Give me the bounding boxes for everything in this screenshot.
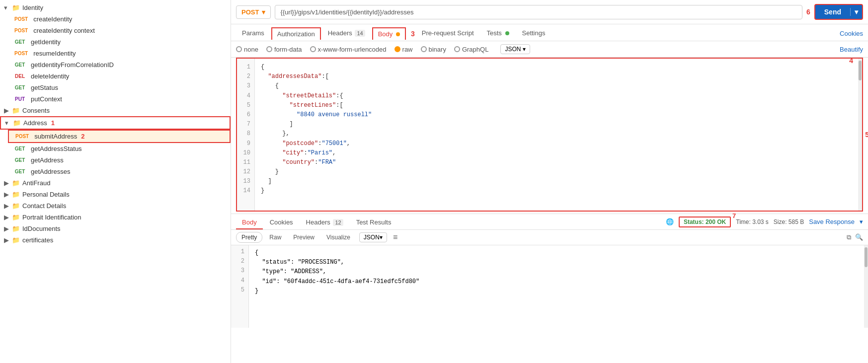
sidebar-item-getaddress[interactable]: GET getAddress <box>8 154 231 166</box>
sidebar-item-getidentityfromcorrelationid[interactable]: GET getIdentityFromCorrelationID <box>8 59 231 71</box>
response-scrollbar-thumb <box>865 247 868 267</box>
radio-none <box>236 46 242 52</box>
sidebar-item-putcontext[interactable]: PUT putContext <box>8 93 231 105</box>
cookies-link[interactable]: Cookies <box>840 30 863 37</box>
filter-icon[interactable]: ≡ <box>393 233 397 242</box>
annotation-2: 2 <box>81 133 84 140</box>
raw-label: Raw <box>269 234 281 241</box>
globe-icon[interactable]: 🌐 <box>666 218 674 225</box>
url-input[interactable] <box>275 5 802 19</box>
request-body-editor[interactable]: 1234567 891011121314 { "addressesData":[… <box>236 58 863 212</box>
sidebar-group-iddocuments[interactable]: ▶ 📁 IdDocuments <box>0 223 231 234</box>
tab-authorization[interactable]: Authorization <box>271 27 321 40</box>
sidebar-item-label: getAddresses <box>31 168 71 175</box>
radio-urlencoded <box>310 46 316 52</box>
sidebar-item-label: putContext <box>31 95 62 103</box>
sidebar-item-createidentity[interactable]: POST createIdentity <box>8 13 231 25</box>
sidebar-item-submitaddress[interactable]: POST submitAddress 2 <box>8 130 231 143</box>
beautify-button[interactable]: Beautify <box>840 46 863 53</box>
response-tab-testresults[interactable]: Test Results <box>350 216 397 229</box>
sidebar-item-deleteidentity[interactable]: DEL deleteIdentity <box>8 71 231 82</box>
sidebar-group-address[interactable]: ▾ 📁 Address 1 <box>0 116 231 130</box>
radio-binary <box>421 46 427 52</box>
sidebar-group-consents-label: Consents <box>22 107 50 114</box>
sidebar-item-label: getIdentity <box>31 38 61 46</box>
tab-body[interactable]: Body <box>372 27 406 40</box>
save-response-button[interactable]: Save Response <box>809 218 855 225</box>
response-code: { "status": "PROCESSING", "type": "ADDRE… <box>249 245 864 328</box>
tab-tests[interactable]: Tests <box>481 26 515 41</box>
pretty-label: Pretty <box>241 234 257 241</box>
visualize-tab[interactable]: Visualize <box>321 232 355 242</box>
radio-formdata <box>266 46 272 52</box>
raw-tab[interactable]: Raw <box>264 232 286 242</box>
sidebar-item-label: deleteIdentity <box>31 73 69 80</box>
chevron-right-icon: ▶ <box>4 225 12 232</box>
response-tab-headers[interactable]: Headers 12 <box>300 216 349 229</box>
option-binary[interactable]: binary <box>421 46 446 53</box>
sidebar-item-resumeidentity[interactable]: POST resumeIdentity <box>8 48 231 59</box>
response-body-area: 12345 { "status": "PROCESSING", "type": … <box>231 245 868 328</box>
tab-params[interactable]: Params <box>236 26 270 41</box>
code-body[interactable]: { "addressesData":[ { "streetDetails":{ … <box>255 59 858 211</box>
radio-graphql <box>454 46 460 52</box>
get-badge: GET <box>12 157 28 163</box>
option-raw[interactable]: raw <box>395 46 413 53</box>
copy-icon[interactable]: ⧉ <box>847 233 851 241</box>
sidebar-group-portrait[interactable]: ▶ 📁 Portrait Identification <box>0 212 231 223</box>
chevron-down-icon: ▾ <box>4 4 12 11</box>
preview-label: Preview <box>293 234 315 241</box>
sidebar-item-getidentity[interactable]: GET getIdentity <box>8 36 231 48</box>
option-none[interactable]: none <box>236 46 258 53</box>
sidebar-item-label: submitAddress <box>34 133 77 140</box>
send-dropdown-icon[interactable]: ▾ <box>850 8 862 16</box>
chevron-down-icon: ▾ <box>5 119 13 127</box>
option-formdata[interactable]: form-data <box>266 46 302 53</box>
tab-settings[interactable]: Settings <box>516 26 552 41</box>
response-tab-cookies[interactable]: Cookies <box>264 216 299 229</box>
visualize-label: Visualize <box>326 234 350 241</box>
response-tab-body[interactable]: Body <box>236 216 263 229</box>
sidebar-item-label: resumeIdentity <box>33 50 76 57</box>
chevron-right-icon: ▶ <box>4 179 12 187</box>
sidebar-group-contactdetails[interactable]: ▶ 📁 Contact Details <box>0 200 231 212</box>
url-number: 6 <box>806 8 810 16</box>
save-response-dropdown-icon[interactable]: ▾ <box>860 218 863 225</box>
post-badge: POST <box>12 27 30 34</box>
sidebar-item-getaddressstatus[interactable]: GET getAddressStatus <box>8 143 231 154</box>
search-icon[interactable]: 🔍 <box>855 233 863 241</box>
editor-scrollbar[interactable] <box>858 59 862 211</box>
preview-tab[interactable]: Preview <box>288 232 319 242</box>
chevron-right-icon: ▶ <box>4 214 12 221</box>
sidebar-group-identity[interactable]: ▾ 📁 Identity <box>0 2 231 13</box>
sidebar-item-createidentitycontext[interactable]: POST createIdentity context <box>8 25 231 36</box>
json-format-select[interactable]: JSON ▾ <box>500 44 530 54</box>
option-urlencoded[interactable]: x-www-form-urlencoded <box>310 46 387 53</box>
sidebar-item-label: getAddress <box>31 156 64 164</box>
method-select[interactable]: POST ▾ <box>236 5 271 19</box>
pretty-tab[interactable]: Pretty <box>236 232 262 243</box>
response-scrollbar[interactable] <box>864 245 868 328</box>
method-dropdown-icon: ▾ <box>262 8 265 16</box>
sidebar-group-identity-label: Identity <box>22 4 43 11</box>
sidebar-group-certificates[interactable]: ▶ 📁 certificates <box>0 234 231 246</box>
sidebar-group-consents[interactable]: ▶ 📁 Consents <box>0 105 231 116</box>
sidebar-group-antifraud[interactable]: ▶ 📁 AntiFraud <box>0 177 231 189</box>
sidebar-item-getaddresses[interactable]: GET getAddresses <box>8 166 231 177</box>
sidebar-group-iddocuments-label: IdDocuments <box>22 225 61 232</box>
request-tabs-bar: Params Authorization Headers 14 Body 3 P… <box>231 24 868 41</box>
tab-headers[interactable]: Headers 14 <box>322 26 371 41</box>
post-badge: POST <box>12 50 30 57</box>
send-button[interactable]: Send ▾ <box>814 4 863 20</box>
option-none-label: none <box>244 46 258 53</box>
sidebar-group-personaldetails[interactable]: ▶ 📁 Personal Details <box>0 189 231 200</box>
radio-raw <box>395 46 400 52</box>
folder-icon: 📁 <box>12 214 20 221</box>
response-json-select[interactable]: JSON ▾ <box>359 232 387 242</box>
option-urlencoded-label: x-www-form-urlencoded <box>318 46 387 53</box>
tab-prerequest[interactable]: Pre-request Script <box>416 26 480 41</box>
option-graphql[interactable]: GraphQL <box>454 46 488 53</box>
tab-tests-label: Tests <box>487 29 502 37</box>
sidebar-item-getstatus[interactable]: GET getStatus <box>8 82 231 93</box>
line-numbers: 1234567 891011121314 <box>237 59 255 211</box>
